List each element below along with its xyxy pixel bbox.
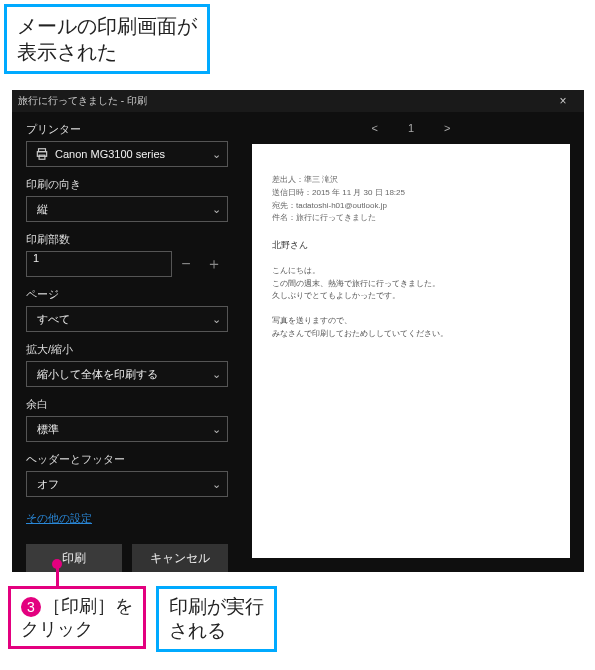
- step-number-badge: 3: [21, 597, 41, 617]
- chevron-down-icon: ⌄: [212, 313, 221, 326]
- pages-label: ページ: [26, 287, 228, 302]
- next-page-button[interactable]: >: [444, 122, 450, 134]
- preview-greeting: 北野さん: [272, 239, 550, 253]
- preview-from: 差出人：準三 滝沢: [272, 174, 550, 187]
- pages-value: すべて: [33, 312, 212, 327]
- settings-panel: プリンター Canon MG3100 series ⌄ 印刷の向き 縦 ⌄ 印刷…: [12, 112, 242, 572]
- chevron-down-icon: ⌄: [212, 478, 221, 491]
- callout-pointer-line: [56, 564, 59, 588]
- callout-top-line1: メールの印刷画面が: [17, 13, 197, 39]
- chevron-down-icon: ⌄: [212, 203, 221, 216]
- orientation-label: 印刷の向き: [26, 177, 228, 192]
- scale-label: 拡大/縮小: [26, 342, 228, 357]
- copies-input[interactable]: 1: [26, 251, 172, 277]
- copies-minus-button[interactable]: −: [172, 251, 200, 277]
- prev-page-button[interactable]: <: [372, 122, 378, 134]
- orientation-value: 縦: [33, 202, 212, 217]
- callout-step-text2: クリック: [21, 618, 133, 641]
- callout-top-line2: 表示された: [17, 39, 197, 65]
- preview-body4: 写真を送りますので、: [272, 315, 550, 328]
- copies-plus-button[interactable]: ＋: [200, 251, 228, 277]
- printer-value: Canon MG3100 series: [51, 148, 212, 160]
- printer-icon: [33, 147, 51, 161]
- window-title: 旅行に行ってきました - 印刷: [18, 94, 548, 108]
- preview-date: 送信日時：2015 年 11 月 30 日 18:25: [272, 187, 550, 200]
- preview-body5: みなさんで印刷しておためししていてください。: [272, 328, 550, 341]
- preview-page: 差出人：準三 滝沢 送信日時：2015 年 11 月 30 日 18:25 宛先…: [252, 144, 570, 558]
- callout-result: 印刷が実行 される: [156, 586, 277, 652]
- callout-step-text1: ［印刷］を: [43, 596, 133, 616]
- callout-result-line2: される: [169, 619, 264, 643]
- preview-subject: 件名：旅行に行ってきました: [272, 212, 550, 225]
- callout-top: メールの印刷画面が 表示された: [4, 4, 210, 74]
- print-button[interactable]: 印刷: [26, 544, 122, 572]
- margin-value: 標準: [33, 422, 212, 437]
- margin-label: 余白: [26, 397, 228, 412]
- copies-label: 印刷部数: [26, 232, 228, 247]
- scale-value: 縮小して全体を印刷する: [33, 367, 212, 382]
- preview-body1: こんにちは。: [272, 265, 550, 278]
- preview-body3: 久しぶりでとてもよしかったです。: [272, 290, 550, 303]
- titlebar: 旅行に行ってきました - 印刷 ×: [12, 90, 584, 112]
- orientation-select[interactable]: 縦 ⌄: [26, 196, 228, 222]
- chevron-down-icon: ⌄: [212, 423, 221, 436]
- chevron-down-icon: ⌄: [212, 148, 221, 161]
- preview-panel: < 1 > 差出人：準三 滝沢 送信日時：2015 年 11 月 30 日 18…: [242, 112, 584, 572]
- print-dialog: 旅行に行ってきました - 印刷 × プリンター Canon MG3100 ser…: [12, 90, 584, 572]
- chevron-down-icon: ⌄: [212, 368, 221, 381]
- headerfooter-value: オフ: [33, 477, 212, 492]
- printer-select[interactable]: Canon MG3100 series ⌄: [26, 141, 228, 167]
- printer-label: プリンター: [26, 122, 228, 137]
- callout-result-line1: 印刷が実行: [169, 595, 264, 619]
- headerfooter-label: ヘッダーとフッター: [26, 452, 228, 467]
- close-icon[interactable]: ×: [548, 94, 578, 108]
- preview-body2: この間の週末、熱海で旅行に行ってきました。: [272, 278, 550, 291]
- dialog-body: プリンター Canon MG3100 series ⌄ 印刷の向き 縦 ⌄ 印刷…: [12, 112, 584, 572]
- more-settings-link[interactable]: その他の設定: [26, 511, 92, 526]
- callout-step3: 3［印刷］を クリック: [8, 586, 146, 649]
- headerfooter-select[interactable]: オフ ⌄: [26, 471, 228, 497]
- pages-select[interactable]: すべて ⌄: [26, 306, 228, 332]
- cancel-button[interactable]: キャンセル: [132, 544, 228, 572]
- margin-select[interactable]: 標準 ⌄: [26, 416, 228, 442]
- page-number: 1: [408, 122, 414, 134]
- preview-nav: < 1 >: [252, 118, 570, 138]
- scale-select[interactable]: 縮小して全体を印刷する ⌄: [26, 361, 228, 387]
- preview-to: 宛先：tadatoshi-h01@outlook.jp: [272, 200, 550, 213]
